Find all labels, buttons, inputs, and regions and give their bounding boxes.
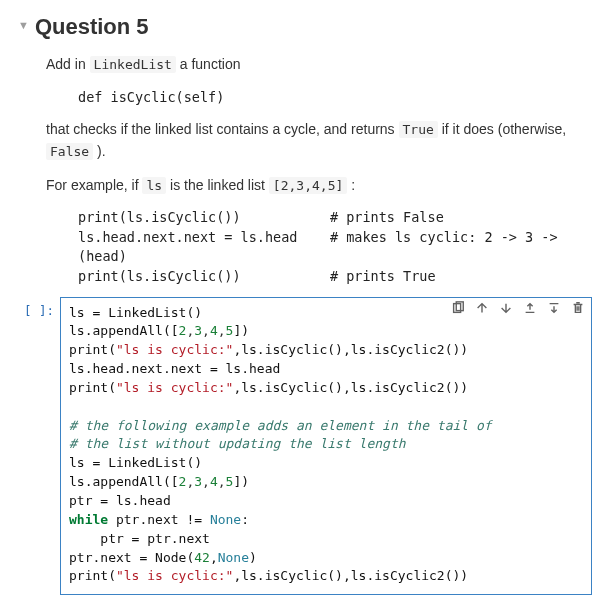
- code-line: ls.appendAll([: [69, 323, 179, 338]
- code-line: ptr.next = Node(: [69, 550, 194, 565]
- code-line: print(: [69, 342, 116, 357]
- num: 2: [179, 474, 187, 489]
- kw: while: [69, 512, 108, 527]
- code-line: ,ls.isCyclic(),ls.isCyclic2()): [233, 380, 468, 395]
- inline-code: LinkedList: [90, 56, 176, 73]
- text: that checks if the linked list contains …: [46, 121, 399, 137]
- question-heading: Question 5: [35, 14, 149, 40]
- text: :: [347, 177, 355, 193]
- inline-code: False: [46, 143, 93, 160]
- code-text: print(ls.isCyclic()): [78, 268, 241, 284]
- comment: # the following example adds an element …: [69, 418, 492, 433]
- intro-paragraph-1: Add in LinkedList a function: [46, 54, 598, 76]
- code-line: ]): [233, 323, 249, 338]
- text: if it does (otherwise,: [438, 121, 566, 137]
- code-line: ptr = ls.head: [69, 493, 171, 508]
- inline-code: ls: [142, 177, 166, 194]
- num: 4: [210, 474, 218, 489]
- inline-code: [2,3,4,5]: [269, 177, 347, 194]
- code-line: ,ls.isCyclic(),ls.isCyclic2()): [233, 568, 468, 583]
- delete-icon[interactable]: [571, 301, 585, 315]
- code-comment: # makes ls cyclic: 2 -> 3 ->: [330, 229, 558, 245]
- code-line: ,ls.isCyclic(),ls.isCyclic2()): [233, 342, 468, 357]
- num: 42: [194, 550, 210, 565]
- intro-paragraph-2: that checks if the linked list contains …: [46, 119, 598, 162]
- num: 3: [194, 474, 202, 489]
- duplicate-icon[interactable]: [451, 301, 465, 315]
- comment: # the list without updating the list len…: [69, 436, 406, 451]
- num: 4: [210, 323, 218, 338]
- str: "ls is cyclic:": [116, 342, 233, 357]
- code-line: print(: [69, 380, 116, 395]
- str: "ls is cyclic:": [116, 568, 233, 583]
- code-line: print(: [69, 568, 116, 583]
- code-line: :: [241, 512, 249, 527]
- num: 3: [194, 323, 202, 338]
- cell-toolbar: [447, 297, 589, 319]
- cell-prompt: [ ]:: [14, 297, 60, 596]
- code-comment: # prints True: [330, 268, 436, 284]
- intro-paragraph-3: For example, if ls is the linked list [2…: [46, 175, 598, 197]
- code-line: ls.head.next.next = ls.head: [69, 361, 280, 376]
- code-line: ptr = ptr.next: [69, 531, 210, 546]
- text: For example, if: [46, 177, 142, 193]
- text: is the linked list: [166, 177, 269, 193]
- move-up-icon[interactable]: [475, 301, 489, 315]
- notebook-cell: [ ]: ls = LinkedList() ls.appendAll([2,3…: [14, 297, 592, 596]
- code-text: (head): [78, 248, 127, 264]
- text: a function: [176, 56, 241, 72]
- heading-row: ▼ Question 5: [18, 14, 598, 40]
- move-down-icon[interactable]: [499, 301, 513, 315]
- code-line: ]): [233, 474, 249, 489]
- special: None: [210, 512, 241, 527]
- str: "ls is cyclic:": [116, 380, 233, 395]
- code-line: ,: [210, 550, 218, 565]
- code-line: ls.appendAll([: [69, 474, 179, 489]
- special: None: [218, 550, 249, 565]
- cell-code[interactable]: ls = LinkedList() ls.appendAll([2,3,4,5]…: [61, 298, 591, 595]
- def-code-block: def isCyclic(self): [78, 88, 598, 108]
- collapse-caret-icon[interactable]: ▼: [18, 19, 29, 31]
- insert-below-icon[interactable]: [547, 301, 561, 315]
- inline-code: True: [399, 121, 438, 138]
- code-line: ): [249, 550, 257, 565]
- code-line: ptr.next !=: [108, 512, 210, 527]
- code-comment: # prints False: [330, 209, 444, 225]
- num: 2: [179, 323, 187, 338]
- text: ).: [93, 143, 105, 159]
- code-text: ls.head.next.next = ls.head: [78, 229, 297, 245]
- code-line: ls = LinkedList(): [69, 305, 202, 320]
- text: Add in: [46, 56, 90, 72]
- code-text: print(ls.isCyclic()): [78, 209, 241, 225]
- insert-above-icon[interactable]: [523, 301, 537, 315]
- cell-body[interactable]: ls = LinkedList() ls.appendAll([2,3,4,5]…: [60, 297, 592, 596]
- example-code-block: print(ls.isCyclic()) # prints False ls.h…: [78, 208, 598, 286]
- code-line: ls = LinkedList(): [69, 455, 202, 470]
